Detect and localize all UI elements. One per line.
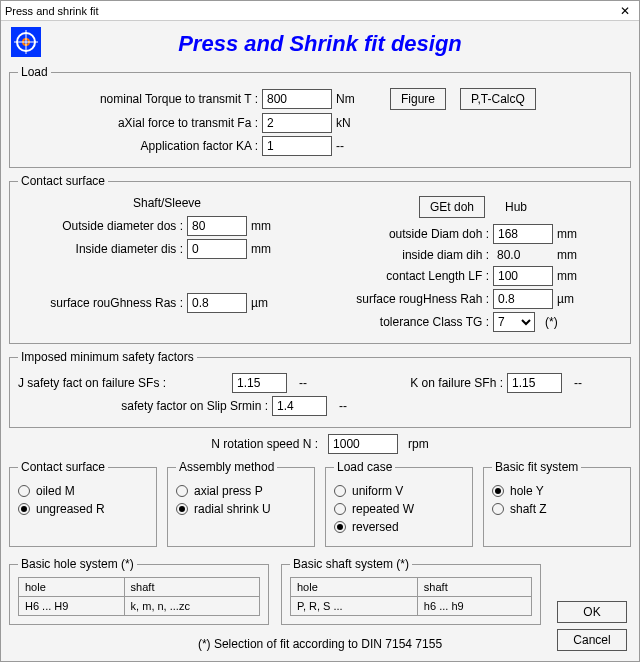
group-contact: Contact surface Shaft/Sleeve Outside dia… bbox=[9, 174, 631, 344]
group-safety: Imposed minimum safety factors J safety … bbox=[9, 350, 631, 428]
dih-label: inside diam dih : bbox=[324, 248, 489, 262]
window-title: Press and shrink fit bbox=[5, 5, 99, 17]
speed-unit: rpm bbox=[408, 437, 429, 451]
pt-calcq-button[interactable]: P,T-CalcQ bbox=[460, 88, 536, 110]
tg-label: tolerance Class TG : bbox=[324, 315, 489, 329]
sfs-input[interactable] bbox=[232, 373, 287, 393]
radio-hole[interactable]: hole Y bbox=[492, 484, 622, 498]
group-basic-shaft: Basic shaft system (*) holeshaft P, R, S… bbox=[281, 557, 541, 625]
radio-radial-shrink[interactable]: radial shrink U bbox=[176, 502, 306, 516]
legend-safety: Imposed minimum safety factors bbox=[18, 350, 197, 364]
dis-unit: mm bbox=[251, 242, 279, 256]
group-fit-system: Basic fit system hole Y shaft Z bbox=[483, 460, 631, 547]
srmin-label: safety factor on Slip Srmin : bbox=[18, 399, 268, 413]
footnote: (*) Selection of fit according to DIN 71… bbox=[7, 637, 633, 651]
group-basic-hole: Basic hole system (*) holeshaft H6 ... H… bbox=[9, 557, 269, 625]
tg-note: (*) bbox=[545, 315, 558, 329]
torque-input[interactable] bbox=[262, 89, 332, 109]
rah-unit: µm bbox=[557, 292, 585, 306]
page-title: Press and Shrink fit design bbox=[7, 31, 633, 57]
legend-contact: Contact surface bbox=[18, 174, 108, 188]
dis-input[interactable] bbox=[187, 239, 247, 259]
radio-reversed[interactable]: reversed bbox=[334, 520, 464, 534]
hub-heading: Hub bbox=[505, 200, 527, 214]
sfh-label: K on failure SFh : bbox=[363, 376, 503, 390]
get-doh-button[interactable]: GEt doh bbox=[419, 196, 485, 218]
rah-input[interactable] bbox=[493, 289, 553, 309]
group-assembly: Assembly method axial press P radial shr… bbox=[167, 460, 315, 547]
ok-button[interactable]: OK bbox=[557, 601, 627, 623]
group-load: Load nominal Torque to transmit T : Nm F… bbox=[9, 65, 631, 168]
group-load-case: Load case uniform V repeated W reversed bbox=[325, 460, 473, 547]
dialog-window: Press and shrink fit ✕ Press and Shrink … bbox=[0, 0, 640, 662]
axial-unit: kN bbox=[336, 116, 364, 130]
figure-button[interactable]: Figure bbox=[390, 88, 446, 110]
ka-label: Application factor KA : bbox=[18, 139, 258, 153]
sfh-input[interactable] bbox=[507, 373, 562, 393]
radio-oiled[interactable]: oiled M bbox=[18, 484, 148, 498]
rah-label: surface rougHness Rah : bbox=[324, 292, 489, 306]
sfs-dash: -- bbox=[299, 376, 307, 390]
dih-value: 80.0 bbox=[493, 247, 553, 263]
lf-label: contact Length LF : bbox=[324, 269, 489, 283]
srmin-dash: -- bbox=[339, 399, 347, 413]
app-icon bbox=[11, 27, 41, 57]
doh-unit: mm bbox=[557, 227, 585, 241]
shaft-heading: Shaft/Sleeve bbox=[18, 196, 316, 210]
dos-label: Outside diameter dos : bbox=[18, 219, 183, 233]
ka-input[interactable] bbox=[262, 136, 332, 156]
lf-input[interactable] bbox=[493, 266, 553, 286]
doh-input[interactable] bbox=[493, 224, 553, 244]
doh-label: outside Diam doh : bbox=[324, 227, 489, 241]
ka-unit: -- bbox=[336, 139, 364, 153]
ras-unit: µm bbox=[251, 296, 279, 310]
close-icon[interactable]: ✕ bbox=[615, 4, 635, 18]
dih-unit: mm bbox=[557, 248, 585, 262]
dis-label: Inside diameter dis : bbox=[18, 242, 183, 256]
axial-label: aXial force to transmit Fa : bbox=[18, 116, 258, 130]
sfs-label: J safety fact on failure SFs : bbox=[18, 376, 228, 390]
radio-uniform[interactable]: uniform V bbox=[334, 484, 464, 498]
radio-axial-press[interactable]: axial press P bbox=[176, 484, 306, 498]
radio-shaft[interactable]: shaft Z bbox=[492, 502, 622, 516]
ras-input[interactable] bbox=[187, 293, 247, 313]
lf-unit: mm bbox=[557, 269, 585, 283]
ras-label: surface rouGhness Ras : bbox=[18, 296, 183, 310]
axial-input[interactable] bbox=[262, 113, 332, 133]
torque-label: nominal Torque to transmit T : bbox=[18, 92, 258, 106]
basic-hole-table: holeshaft H6 ... H9k, m, n, ...zc bbox=[18, 577, 260, 616]
group-contact-surface: Contact surface oiled M ungreased R bbox=[9, 460, 157, 547]
radio-ungreased[interactable]: ungreased R bbox=[18, 502, 148, 516]
speed-input[interactable] bbox=[328, 434, 398, 454]
torque-unit: Nm bbox=[336, 92, 364, 106]
legend-load: Load bbox=[18, 65, 51, 79]
basic-shaft-table: holeshaft P, R, S ...h6 ... h9 bbox=[290, 577, 532, 616]
titlebar: Press and shrink fit ✕ bbox=[1, 1, 639, 21]
radio-repeated[interactable]: repeated W bbox=[334, 502, 464, 516]
cancel-button[interactable]: Cancel bbox=[557, 629, 627, 651]
dos-input[interactable] bbox=[187, 216, 247, 236]
tg-select[interactable]: 7 bbox=[493, 312, 535, 332]
speed-label: N rotation speed N : bbox=[211, 437, 318, 451]
sfh-dash: -- bbox=[574, 376, 582, 390]
dos-unit: mm bbox=[251, 219, 279, 233]
srmin-input[interactable] bbox=[272, 396, 327, 416]
